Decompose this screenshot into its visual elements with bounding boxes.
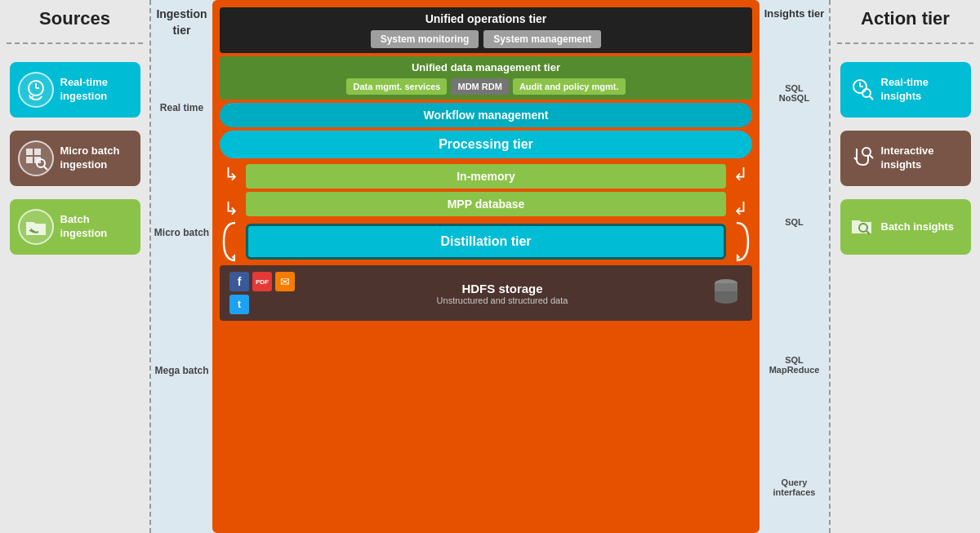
batch-insights-icon [849,212,875,242]
unified-ops-title: Unified operations tier [425,12,547,25]
core-diagram: Unified operations tier System monitorin… [212,0,760,533]
query-label-left [151,446,212,533]
hdfs-social-icons: f PDF ✉ t [229,272,295,314]
realtime-insights-badge: Real-time insights [840,62,971,118]
realtime-insights-icon [849,75,875,104]
interactive-insights-icon [849,144,875,173]
curved-arrow-right [730,221,751,262]
email-icon: ✉ [275,272,295,291]
realtime-insights-label: Real-time insights [881,76,963,104]
svg-rect-4 [34,149,41,155]
svg-line-20 [870,96,873,100]
workflow-bar: Workflow management [220,103,752,127]
hdfs-area: f PDF ✉ t HDFS storage Unstructured and … [220,265,752,321]
realtime-ingestion-icon [18,72,54,108]
svg-rect-15 [715,291,737,300]
main-container: Sources Real-time ingestion [0,0,980,533]
arrow-down-left-bottom: ↳ [224,200,238,218]
ingestion-tier-column: Ingestion tier Real time Micro batch Meg… [151,0,212,533]
megabatch-label: Mega batch [151,295,212,446]
hand-search-icon [849,144,875,170]
sql-label: SQL [760,158,829,287]
hdfs-title: HDFS storage [303,282,702,295]
action-column: Action tier Real-time insights [829,0,980,533]
unified-data-title: Unified data management tier [226,61,746,73]
realtime-ingestion-badge: Real-time ingestion [10,62,140,118]
microbatch-ingestion-label: Micro batch ingestion [60,144,132,172]
hdfs-database-icon [710,275,742,312]
folder-recycle-icon [23,214,49,240]
svg-point-21 [862,148,871,156]
facebook-icon: f [229,272,249,291]
sql-nosql-label: SQL NoSQL [760,28,829,158]
curved-arrow-left [220,221,242,262]
unified-ops-tier: Unified operations tier System monitorin… [220,7,752,53]
svg-line-8 [44,167,47,170]
interactive-insights-label: Interactive insights [881,144,963,172]
interactive-insights-badge: Interactive insights [840,131,971,186]
action-dashed-line [837,42,973,44]
clock-search-icon [849,75,875,101]
batch-ingestion-label: Batch ingestion [60,213,132,241]
folder-search-icon [849,212,875,238]
grid-search-icon [23,145,49,171]
insights-tier-header: Insights tier [760,0,829,28]
sql-mapreduce-label: SQL MapReduce [760,287,829,442]
query-interfaces-label: Query interfaces [760,442,829,533]
ingestion-tier-header: Ingestion tier [151,0,212,45]
insights-tier-column: Insights tier SQL NoSQL SQL SQL MapReduc… [760,0,829,533]
svg-line-22 [870,155,873,158]
svg-rect-5 [26,157,33,163]
unified-data-tier: Unified data management tier Data mgmt. … [220,56,752,100]
in-memory-bar: In-memory [246,164,726,189]
arrow-down-right-bottom: ↳ [733,200,748,218]
action-title: Action tier [861,8,950,29]
system-management-box: System management [483,30,601,48]
realtime-ingestion-label: Real-time ingestion [60,76,132,104]
svg-point-19 [862,89,871,97]
sources-dashed-line [7,42,143,44]
audit-policy-box: Audit and policy mgmt. [513,78,626,95]
twitter-icon: t [229,295,249,314]
batch-insights-label: Batch insights [881,220,955,234]
processing-tier-bar: Processing tier [220,131,752,158]
microbatch-label: Micro batch [151,170,212,295]
unified-data-boxes: Data mgmt. services MDM RDM Audit and po… [226,78,746,95]
batch-ingestion-badge: Batch ingestion [10,199,140,255]
sources-title: Sources [39,8,110,29]
arrow-down-right-top: ↳ [733,166,748,184]
system-monitoring-box: System monitoring [371,30,479,48]
mdm-rdm-box: MDM RDM [451,78,508,95]
mpp-database-bar: MPP database [246,192,726,216]
arrow-down-left-top: ↳ [224,166,238,184]
hdfs-subtitle: Unstructured and structured data [303,295,702,305]
sources-column: Sources Real-time ingestion [0,0,151,533]
realtime-label: Real time [151,45,212,170]
batch-insights-badge: Batch insights [840,199,971,255]
distillation-row: Distillation tier [220,221,752,262]
hdfs-text-area: HDFS storage Unstructured and structured… [303,282,702,305]
batch-ingestion-icon [18,209,54,245]
svg-rect-3 [26,149,33,155]
memory-mpp-area: ↳ ↳ In-memory MPP database ↳ ↳ [220,162,752,218]
pdf-icon: PDF [252,272,272,291]
svg-rect-14 [715,283,737,291]
center-wrapper: Ingestion tier Real time Micro batch Meg… [151,0,829,533]
unified-ops-boxes: System monitoring System management [371,30,602,48]
microbatch-ingestion-badge: Micro batch ingestion [10,131,140,186]
data-mgmt-box: Data mgmt. services [346,78,447,95]
clock-recycle-icon [23,77,49,103]
microbatch-ingestion-icon [18,140,54,176]
distillation-tier-bar: Distillation tier [246,224,726,260]
